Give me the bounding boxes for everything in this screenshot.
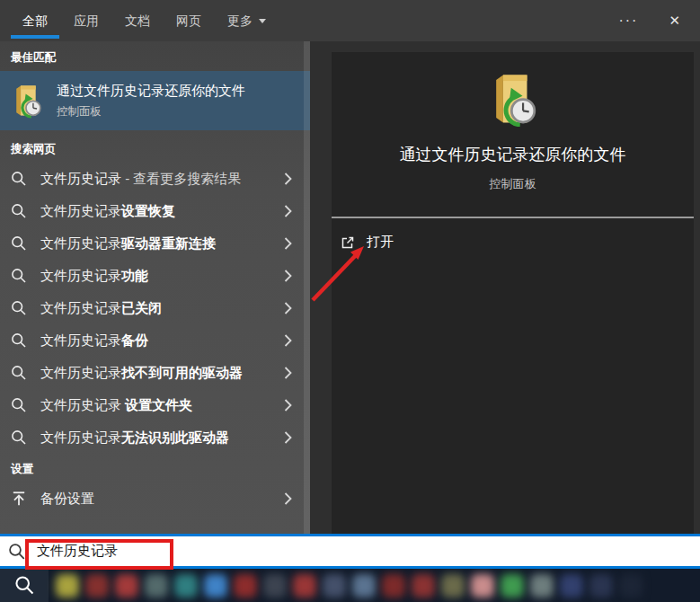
taskbar-app-icon[interactable]: [560, 574, 583, 598]
suggestion-text: 文件历史记录功能: [40, 268, 284, 285]
tab-more-label: 更多: [227, 0, 253, 41]
search-icon: [11, 300, 27, 316]
taskbar-app-icon[interactable]: [323, 574, 346, 598]
best-match-item[interactable]: 通过文件历史记录还原你的文件 控制面板: [0, 71, 310, 130]
chevron-down-icon: [259, 19, 266, 23]
tab-apps[interactable]: 应用: [62, 0, 111, 41]
suggestion-row[interactable]: 文件历史记录功能: [0, 260, 310, 292]
chevron-right-icon[interactable]: [284, 492, 292, 505]
suggestion-text: 文件历史记录 - 查看更多搜索结果: [40, 171, 284, 188]
backup-settings-item[interactable]: 备份设置: [0, 482, 310, 515]
tab-documents-label: 文档: [125, 0, 150, 41]
preview-panel: 通过文件历史记录还原你的文件 控制面板 打开: [310, 41, 700, 534]
search-icon: [11, 268, 27, 284]
search-input-value[interactable]: 文件历史记录: [37, 543, 118, 560]
preview-card: 通过文件历史记录还原你的文件 控制面板 打开: [332, 52, 694, 534]
suggestion-row[interactable]: 文件历史记录找不到可用的驱动器: [0, 357, 310, 389]
taskbar-app-icon[interactable]: [145, 574, 168, 598]
divider: [332, 217, 694, 218]
taskbar-app-icon[interactable]: [619, 574, 642, 598]
preview-subtitle: 控制面板: [332, 176, 694, 192]
best-match-header: 最佳匹配: [0, 41, 310, 71]
backup-settings-label: 备份设置: [40, 491, 284, 508]
options-ellipsis-button[interactable]: ···: [613, 9, 643, 32]
suggestion-row[interactable]: 文件历史记录设置恢复: [0, 195, 310, 227]
taskbar-app-icon[interactable]: [56, 574, 79, 598]
search-tab-bar: 全部 应用 文档 网页 更多 ··· ✕: [0, 0, 700, 41]
tab-documents[interactable]: 文档: [113, 0, 162, 41]
settings-header: 设置: [0, 454, 310, 482]
suggestion-text: 文件历史记录找不到可用的驱动器: [40, 365, 284, 382]
search-icon: [11, 365, 27, 381]
taskbar-search-button[interactable]: [0, 569, 49, 602]
open-external-icon: [341, 235, 355, 250]
suggestion-row[interactable]: 文件历史记录驱动器重新连接: [0, 227, 310, 260]
taskbar-app-icon[interactable]: [352, 574, 376, 598]
taskbar-app-icon[interactable]: [441, 574, 465, 598]
search-icon: [11, 203, 27, 219]
taskbar-icons: [56, 574, 642, 598]
suggestion-row[interactable]: 文件历史记录无法识别此驱动器: [0, 421, 310, 454]
open-action[interactable]: 打开: [341, 234, 694, 251]
chevron-right-icon[interactable]: [284, 173, 292, 185]
taskbar-app-icon[interactable]: [234, 574, 257, 598]
best-match-text: 通过文件历史记录还原你的文件 控制面板: [57, 83, 245, 120]
taskbar-app-icon[interactable]: [589, 574, 613, 598]
suggestion-text: 文件历史记录已关闭: [40, 300, 284, 317]
chevron-right-icon[interactable]: [284, 334, 292, 347]
taskbar-app-icon[interactable]: [382, 574, 405, 598]
tab-all[interactable]: 全部: [11, 0, 59, 41]
tab-apps-label: 应用: [74, 0, 99, 41]
suggestion-text: 文件历史记录驱动器重新连接: [40, 235, 284, 252]
backup-arrow-icon: [11, 491, 27, 507]
search-icon: [11, 235, 27, 252]
taskbar-app-icon[interactable]: [174, 574, 198, 598]
web-search-header: 搜索网页: [0, 130, 310, 163]
chevron-right-icon[interactable]: [284, 399, 292, 412]
taskbar-app-icon[interactable]: [263, 574, 287, 598]
chevron-right-icon[interactable]: [284, 302, 292, 314]
taskbar-app-icon[interactable]: [85, 574, 109, 598]
taskbar-app-icon[interactable]: [471, 574, 494, 598]
file-history-folder-icon: [11, 76, 43, 125]
preview-title: 通过文件历史记录还原你的文件: [332, 144, 694, 165]
taskbar: [0, 569, 700, 602]
search-icon: [11, 332, 27, 349]
search-icon: [11, 397, 27, 413]
suggestion-text: 文件历史记录设置恢复: [40, 203, 284, 220]
taskbar-app-icon[interactable]: [293, 574, 316, 598]
search-icon: [8, 543, 26, 561]
close-button[interactable]: ✕: [663, 9, 686, 32]
chevron-right-icon[interactable]: [284, 237, 292, 250]
file-history-folder-icon: [487, 71, 539, 127]
chevron-right-icon[interactable]: [284, 270, 292, 282]
taskbar-app-icon[interactable]: [530, 574, 554, 598]
window-controls: ··· ✕: [613, 0, 700, 41]
best-match-title: 通过文件历史记录还原你的文件: [57, 83, 245, 100]
taskbar-search-box[interactable]: 文件历史记录: [0, 534, 700, 569]
chevron-right-icon[interactable]: [284, 205, 292, 217]
taskbar-app-icon[interactable]: [412, 574, 435, 598]
suggestion-row[interactable]: 文件历史记录已关闭: [0, 292, 310, 324]
tab-all-label: 全部: [22, 0, 48, 41]
chevron-right-icon[interactable]: [284, 431, 292, 444]
tab-more[interactable]: 更多: [216, 0, 278, 41]
suggestion-row[interactable]: 文件历史记录备份: [0, 324, 310, 357]
tab-web-label: 网页: [176, 0, 201, 41]
search-icon: [11, 171, 27, 187]
best-match-subtitle: 控制面板: [57, 104, 245, 120]
suggestion-text: 文件历史记录无法识别此驱动器: [40, 429, 284, 447]
open-label: 打开: [367, 234, 394, 251]
tab-web[interactable]: 网页: [164, 0, 213, 41]
taskbar-app-icon[interactable]: [115, 574, 138, 598]
scrollbar[interactable]: [304, 41, 310, 534]
taskbar-app-icon[interactable]: [501, 574, 524, 598]
search-results-panel: 最佳匹配 通过文件历史记录还原你的文件 控制面板 搜索网页 文件历史记录 - 查…: [0, 41, 310, 534]
chevron-right-icon[interactable]: [284, 367, 292, 379]
suggestion-row[interactable]: 文件历史记录 - 查看更多搜索结果: [0, 163, 310, 195]
taskbar-app-icon[interactable]: [204, 574, 227, 598]
suggestion-text: 文件历史记录备份: [40, 332, 284, 350]
suggestion-row[interactable]: 文件历史记录 设置文件夹: [0, 389, 310, 421]
search-icon: [14, 575, 35, 596]
search-icon: [11, 429, 27, 446]
